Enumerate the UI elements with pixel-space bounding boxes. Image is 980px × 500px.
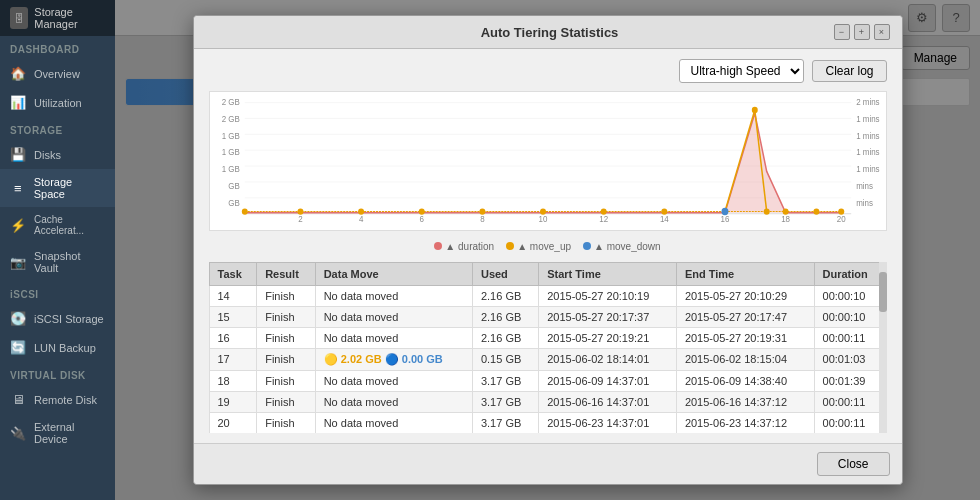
- table-scroll[interactable]: Task Result Data Move Used Start Time En…: [209, 262, 887, 433]
- sidebar-item-utilization[interactable]: 📊 Utilization: [0, 88, 115, 117]
- cell-task: 17: [209, 348, 257, 370]
- svg-point-44: [782, 208, 788, 214]
- cell-result: Finish: [257, 348, 315, 370]
- close-button[interactable]: Close: [817, 452, 890, 476]
- cell-duration: 00:00:11: [814, 391, 886, 412]
- sidebar-item-label: Storage Space: [34, 176, 105, 200]
- cell-result: Finish: [257, 412, 315, 433]
- svg-point-36: [418, 208, 424, 214]
- svg-point-34: [297, 208, 303, 214]
- chart-area: 2 GB 2 GB 1 GB 1 GB 1 GB GB GB 2 mins 1 …: [209, 91, 887, 231]
- cell-result: Finish: [257, 285, 315, 306]
- legend-move-down-dot: [583, 242, 591, 250]
- sidebar-item-label: Snapshot Vault: [34, 250, 105, 274]
- cell-data-move: 🟡 2.02 GB 🔵 0.00 GB: [315, 348, 472, 370]
- section-label-dashboard: DASHBOARD: [0, 36, 115, 59]
- sidebar-item-storage-space[interactable]: ≡ Storage Space: [0, 169, 115, 207]
- cell-used: 3.17 GB: [472, 391, 538, 412]
- external-device-icon: 🔌: [10, 426, 26, 441]
- modal-overlay: Auto Tiering Statistics − + × Ultra-high…: [115, 0, 980, 500]
- svg-point-37: [479, 208, 485, 214]
- sidebar-item-lun-backup[interactable]: 🔄 LUN Backup: [0, 333, 115, 362]
- cell-data-move: No data moved: [315, 327, 472, 348]
- cell-data-move: No data moved: [315, 370, 472, 391]
- clear-log-button[interactable]: Clear log: [812, 60, 886, 82]
- cell-result: Finish: [257, 391, 315, 412]
- sidebar-item-iscsi-storage[interactable]: 💽 iSCSI Storage: [0, 304, 115, 333]
- sidebar-item-overview[interactable]: 🏠 Overview: [0, 59, 115, 88]
- sidebar-item-label: Utilization: [34, 97, 82, 109]
- legend-duration-dot: [434, 242, 442, 250]
- cell-used: 0.15 GB: [472, 348, 538, 370]
- speed-select[interactable]: Ultra-high Speed High Speed Medium Speed…: [679, 59, 804, 83]
- table-row: 15 Finish No data moved 2.16 GB 2015-05-…: [209, 306, 886, 327]
- cell-used: 2.16 GB: [472, 327, 538, 348]
- cell-start-time: 2015-05-27 20:19:21: [539, 327, 677, 348]
- svg-point-46: [838, 208, 844, 214]
- cell-start-time: 2015-06-16 14:37:01: [539, 391, 677, 412]
- legend-duration-label: ▲ duration: [445, 241, 494, 252]
- sidebar-item-remote-disk[interactable]: 🖥 Remote Disk: [0, 385, 115, 414]
- modal-minimize-button[interactable]: −: [834, 24, 850, 40]
- cell-task: 18: [209, 370, 257, 391]
- col-duration: Duration: [814, 262, 886, 285]
- cell-end-time: 2015-05-27 20:19:31: [676, 327, 814, 348]
- sidebar-item-snapshot[interactable]: 📷 Snapshot Vault: [0, 243, 115, 281]
- svg-text:2 GB: 2 GB: [221, 114, 240, 123]
- cell-duration: 00:00:10: [814, 306, 886, 327]
- svg-text:14: 14: [659, 215, 668, 224]
- table-row: 20 Finish No data moved 3.17 GB 2015-06-…: [209, 412, 886, 433]
- cell-used: 3.17 GB: [472, 370, 538, 391]
- section-label-virtual-disk: VIRTUAL DISK: [0, 362, 115, 385]
- svg-text:8: 8: [480, 215, 485, 224]
- modal-body: Ultra-high Speed High Speed Medium Speed…: [194, 49, 902, 443]
- legend-move-down-label: ▲ move_down: [594, 241, 661, 252]
- svg-text:1 GB: 1 GB: [221, 148, 240, 157]
- svg-text:4: 4: [358, 215, 363, 224]
- sidebar-item-external-device[interactable]: 🔌 External Device: [0, 414, 115, 452]
- table-row: 16 Finish No data moved 2.16 GB 2015-05-…: [209, 327, 886, 348]
- modal-maximize-button[interactable]: +: [854, 24, 870, 40]
- sidebar-item-disks[interactable]: 💾 Disks: [0, 140, 115, 169]
- col-result: Result: [257, 262, 315, 285]
- svg-text:18: 18: [781, 215, 790, 224]
- sidebar-item-cache[interactable]: ⚡ Cache Accelerat...: [0, 207, 115, 243]
- snapshot-icon: 📷: [10, 255, 26, 270]
- storage-space-icon: ≡: [10, 181, 26, 196]
- svg-text:1 mins: 1 mins: [856, 148, 879, 157]
- svg-text:1 mins: 1 mins: [856, 165, 879, 174]
- cell-task: 15: [209, 306, 257, 327]
- scrollbar-track[interactable]: [879, 262, 887, 433]
- svg-text:GB: GB: [228, 199, 240, 208]
- legend-move-down: ▲ move_down: [583, 241, 661, 252]
- chart-legend: ▲ duration ▲ move_up ▲ move_down: [209, 239, 887, 254]
- app-icon: 🗄: [10, 7, 28, 29]
- legend-move-up: ▲ move_up: [506, 241, 571, 252]
- modal-close-button[interactable]: ×: [874, 24, 890, 40]
- col-end-time: End Time: [676, 262, 814, 285]
- col-task: Task: [209, 262, 257, 285]
- cell-end-time: 2015-06-23 14:37:12: [676, 412, 814, 433]
- cell-used: 2.16 GB: [472, 306, 538, 327]
- modal-titlebar: Auto Tiering Statistics − + ×: [194, 16, 902, 49]
- sidebar-item-label: External Device: [34, 421, 105, 445]
- cell-result: Finish: [257, 306, 315, 327]
- modal-footer: Close: [194, 443, 902, 484]
- iscsi-icon: 💽: [10, 311, 26, 326]
- cell-duration: 00:01:03: [814, 348, 886, 370]
- cell-data-move: No data moved: [315, 285, 472, 306]
- svg-point-33: [241, 208, 247, 214]
- modal-window-buttons: − + ×: [834, 24, 890, 40]
- svg-text:6: 6: [419, 215, 424, 224]
- utilization-icon: 📊: [10, 95, 26, 110]
- svg-text:2 GB: 2 GB: [221, 97, 240, 106]
- svg-text:1 mins: 1 mins: [856, 114, 879, 123]
- svg-text:2: 2: [298, 215, 303, 224]
- cell-end-time: 2015-05-27 20:17:47: [676, 306, 814, 327]
- scrollbar-thumb[interactable]: [879, 272, 887, 312]
- table-row: 17 Finish 🟡 2.02 GB 🔵 0.00 GB 0.15 GB 20…: [209, 348, 886, 370]
- cell-duration: 00:00:10: [814, 285, 886, 306]
- svg-text:10: 10: [538, 215, 547, 224]
- cell-end-time: 2015-06-16 14:37:12: [676, 391, 814, 412]
- sidebar-item-label: Remote Disk: [34, 394, 97, 406]
